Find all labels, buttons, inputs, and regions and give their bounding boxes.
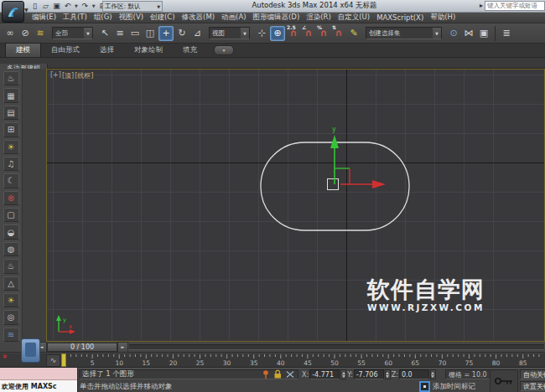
- menu-item[interactable]: 帮助(H): [427, 13, 459, 23]
- viewport-pov-menu[interactable]: [顶]: [62, 71, 74, 80]
- select-and-link-icon[interactable]: ∞: [3, 27, 17, 40]
- viewport-general-menu[interactable]: [+]: [50, 71, 61, 80]
- rendered-frame-icon[interactable]: ▦: [3, 88, 19, 102]
- infocenter-arrow-icon[interactable]: ▸: [480, 2, 483, 9]
- sphere-primitive-icon[interactable]: ◍: [3, 242, 19, 256]
- menu-item[interactable]: 创建(C): [147, 13, 179, 23]
- save-file-icon[interactable]: ▣: [52, 1, 61, 11]
- spinner-snap-icon[interactable]: ∩⇅: [332, 27, 345, 40]
- cone-primitive-icon[interactable]: △: [3, 276, 19, 291]
- add-time-tag[interactable]: 添加时间标记: [419, 381, 475, 392]
- auto-key-button[interactable]: 自动关键点: [520, 369, 545, 379]
- sun-icon[interactable]: ☀: [3, 293, 19, 307]
- listener-macro-row[interactable]: [0, 368, 77, 380]
- time-slider-track[interactable]: [129, 344, 544, 350]
- menu-item[interactable]: 工具(T): [60, 13, 91, 23]
- use-pivot-center-icon[interactable]: ⊹: [255, 27, 268, 40]
- menu-item[interactable]: 自定义(U): [335, 13, 373, 23]
- motion-red-icon[interactable]: ⊗: [3, 191, 19, 205]
- moon-icon[interactable]: ☾: [3, 173, 19, 188]
- infocenter-search-input[interactable]: [485, 1, 545, 11]
- dropdown-arrow-icon[interactable]: ▼: [241, 28, 249, 39]
- bind-to-space-warp-icon[interactable]: ≋: [34, 27, 47, 40]
- next-frame-button[interactable]: ►: [117, 342, 128, 353]
- render-teapot-icon[interactable]: ♨: [3, 71, 19, 85]
- menu-item[interactable]: 图形编辑器(D): [250, 13, 304, 23]
- isolate-selection-icon[interactable]: ⊙: [447, 27, 460, 40]
- y-spinner-control[interactable]: [385, 369, 391, 379]
- unlink-selection-icon[interactable]: ⊘: [18, 27, 32, 40]
- selection-lock-icon[interactable]: [275, 370, 282, 378]
- dropdown-arrow-icon[interactable]: ▼: [433, 28, 441, 39]
- edit-named-selections-icon[interactable]: ✎: [347, 27, 361, 40]
- ribbon-tab-自由形式[interactable]: 自由形式: [41, 44, 90, 57]
- gizmo-x-arrowhead[interactable]: [372, 180, 386, 188]
- viewport-shading-menu[interactable]: [线框]: [75, 71, 93, 80]
- select-and-rotate-icon[interactable]: ↻: [175, 27, 189, 40]
- set-keys-button[interactable]: [490, 369, 518, 392]
- mirror-icon[interactable]: ⋈: [462, 27, 475, 40]
- ribbon-tab-对象绘制[interactable]: 对象绘制: [124, 44, 173, 57]
- named-selection-sets-dropdown[interactable]: 创建选择集▼: [366, 27, 442, 39]
- x-spinner-control[interactable]: [340, 369, 346, 379]
- reference-coordinate-dropdown[interactable]: 视图▼: [209, 27, 250, 39]
- sound-icon[interactable]: ♫: [3, 157, 19, 171]
- isolate-selection-icon[interactable]: [263, 370, 268, 379]
- rectangular-selection-region-icon[interactable]: ▭: [128, 27, 142, 40]
- ribbon-display-toggle[interactable]: ▾: [214, 45, 234, 55]
- menu-item[interactable]: 动画(A): [218, 13, 249, 23]
- disc-primitive-icon[interactable]: ◎: [3, 310, 19, 324]
- snap-toggle-icon[interactable]: ∩2.5: [287, 27, 300, 40]
- new-scene-icon[interactable]: ▯: [30, 1, 39, 11]
- application-menu-button[interactable]: [2, 1, 24, 23]
- menu-item[interactable]: 渲染(R): [303, 13, 335, 23]
- gizmo-y-arrowhead[interactable]: [330, 135, 339, 148]
- dropdown-caret-icon[interactable]: ▼: [92, 3, 96, 8]
- redo-icon[interactable]: ↷: [80, 1, 90, 11]
- material-editor-icon[interactable]: ⊞: [3, 122, 19, 137]
- time-slider-handle[interactable]: 0 / 100: [47, 343, 117, 352]
- light-bulb-icon[interactable]: ☀: [3, 140, 19, 154]
- dropdown-arrow-icon[interactable]: ▼: [84, 28, 92, 39]
- dome-primitive-icon[interactable]: ◒: [3, 224, 19, 239]
- current-frame-marker[interactable]: [61, 353, 66, 367]
- teapot-primitive-icon[interactable]: ♨: [3, 259, 19, 273]
- offset-mode-icon[interactable]: [287, 372, 293, 378]
- menu-item[interactable]: 组(G): [91, 13, 116, 23]
- window-crossing-icon[interactable]: ◫: [143, 27, 157, 40]
- select-by-name-icon[interactable]: ≡: [113, 27, 127, 40]
- dropdown-caret-icon[interactable]: ▼: [75, 3, 78, 8]
- select-and-manipulate-icon[interactable]: ⊕: [270, 26, 285, 41]
- selection-filter-dropdown[interactable]: 全部▼: [52, 27, 93, 39]
- ribbon-tab-建模[interactable]: 建模: [5, 43, 41, 57]
- z-spinner-control[interactable]: [430, 369, 436, 379]
- menu-item[interactable]: 视图(V): [116, 13, 147, 23]
- mini-curve-editor-button[interactable]: ∿: [46, 354, 60, 367]
- frame-ruler[interactable]: 510152025303540455055606570758085: [0, 353, 545, 367]
- percent-snap-icon[interactable]: ∩%: [317, 27, 330, 40]
- track-bar[interactable]: ∿ 510152025303540455055606570758085: [0, 353, 545, 368]
- top-viewport[interactable]: [+] [顶] [线框] y 软件自学网 WWW.RJZXW.COM: [46, 69, 545, 342]
- add-time-tag-label[interactable]: 添加时间标记: [433, 382, 475, 392]
- x-coordinate-field[interactable]: -4.771: [309, 369, 340, 379]
- z-coordinate-field[interactable]: 0.0: [399, 369, 429, 379]
- render-setup-icon[interactable]: ▤: [3, 106, 19, 120]
- select-and-scale-icon[interactable]: ⊿: [190, 27, 204, 40]
- application-menu-caret-icon[interactable]: ▼: [24, 7, 29, 13]
- listener-output-row[interactable]: 欢迎使用 MAXSc: [0, 380, 77, 392]
- maxscript-mini-listener[interactable]: 欢迎使用 MAXSc: [0, 368, 78, 392]
- menu-item[interactable]: MAXScript(X): [373, 13, 427, 22]
- select-and-move-icon[interactable]: +: [158, 26, 174, 41]
- box-primitive-icon[interactable]: ▢: [3, 208, 19, 222]
- undo-icon[interactable]: ↶: [63, 1, 72, 11]
- y-coordinate-field[interactable]: -7.706: [354, 369, 384, 379]
- align-icon[interactable]: ▣: [477, 27, 490, 40]
- menu-item[interactable]: 修改器(M): [179, 13, 218, 23]
- set-key-button[interactable]: 设置关键点: [520, 381, 545, 391]
- waves-icon[interactable]: ≋: [3, 328, 19, 342]
- ribbon-tab-填充[interactable]: 填充: [173, 44, 207, 57]
- highlighted-toggle-button[interactable]: [21, 338, 40, 363]
- open-file-icon[interactable]: ▱: [41, 1, 50, 11]
- angle-snap-icon[interactable]: ∩∠: [302, 27, 315, 40]
- menu-item[interactable]: 编辑(E): [29, 13, 60, 23]
